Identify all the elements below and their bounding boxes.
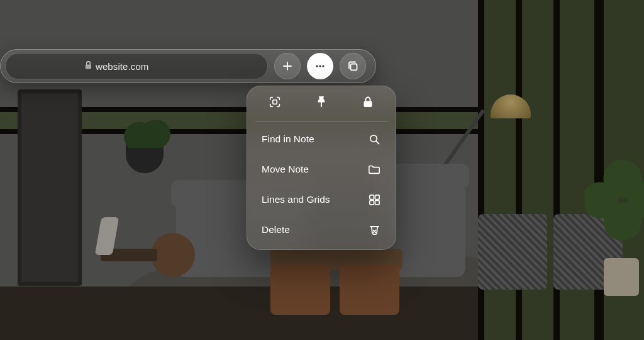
scan-icon	[268, 95, 282, 111]
svg-rect-6	[321, 102, 322, 107]
more-menu-panel: Find in Note Move Note Lines and Grids D…	[247, 86, 396, 250]
pin-icon	[315, 95, 328, 111]
svg-rect-11	[369, 200, 374, 205]
svg-point-8	[370, 135, 376, 141]
svg-rect-12	[375, 200, 379, 205]
add-button[interactable]	[274, 53, 301, 79]
menu-divider	[255, 121, 387, 122]
trash-icon	[367, 224, 381, 236]
more-button[interactable]	[307, 53, 333, 79]
more-menu-toprow	[247, 86, 396, 121]
svg-point-2	[319, 65, 321, 67]
lock-icon	[362, 96, 374, 111]
lock-button[interactable]	[355, 96, 380, 111]
menu-item-delete[interactable]: Delete	[250, 215, 392, 245]
svg-rect-7	[364, 101, 372, 108]
ellipsis-icon	[314, 60, 326, 72]
grid-icon	[367, 194, 381, 206]
pin-button[interactable]	[309, 95, 334, 111]
menu-item-label: Delete	[262, 224, 290, 235]
folder-icon	[367, 164, 381, 175]
tabs-button[interactable]	[340, 53, 366, 79]
address-bar[interactable]: website.com	[5, 53, 268, 79]
menu-item-label: Find in Note	[262, 133, 314, 145]
menu-item-find[interactable]: Find in Note	[250, 124, 392, 154]
svg-rect-5	[273, 100, 277, 104]
svg-rect-0	[86, 65, 91, 69]
search-icon	[367, 133, 381, 145]
svg-point-3	[322, 65, 324, 67]
svg-rect-9	[369, 195, 374, 199]
plus-icon	[282, 60, 293, 72]
browser-toolbar: website.com	[0, 49, 376, 83]
lock-icon	[84, 60, 92, 72]
svg-rect-10	[375, 195, 379, 199]
menu-item-label: Lines and Grids	[262, 194, 330, 205]
menu-item-lines-grids[interactable]: Lines and Grids	[250, 184, 392, 215]
menu-item-label: Move Note	[262, 164, 309, 175]
scan-button[interactable]	[262, 95, 287, 111]
address-bar-text: website.com	[96, 61, 148, 72]
svg-point-1	[316, 65, 318, 67]
svg-rect-4	[351, 64, 357, 71]
tabs-icon	[347, 60, 359, 72]
menu-item-move[interactable]: Move Note	[250, 154, 392, 184]
